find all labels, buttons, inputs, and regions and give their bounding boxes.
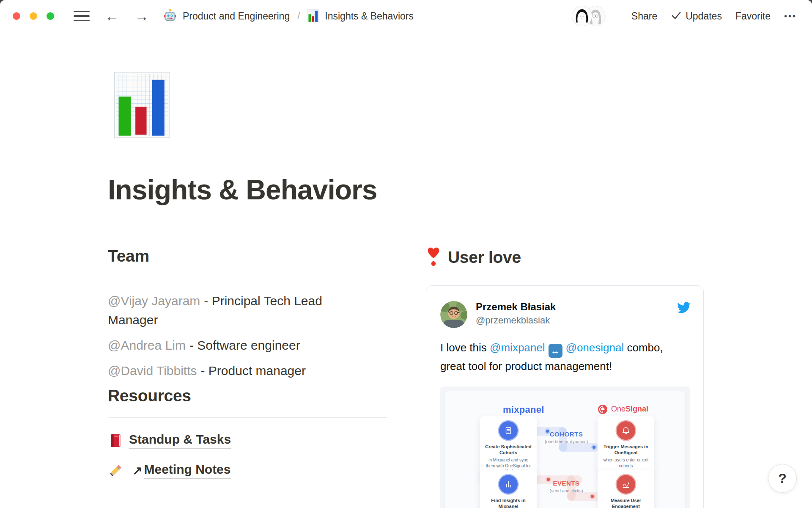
heart-exclamation-icon bbox=[426, 247, 441, 268]
document-icon bbox=[499, 421, 518, 440]
card-title: Trigger Messages in OneSignal bbox=[601, 444, 650, 456]
flow-dot bbox=[593, 446, 595, 449]
team-member-row: @Andrea Lim- Software engineer bbox=[108, 336, 371, 355]
user-love-heading: User love bbox=[448, 248, 521, 267]
card-find-insights: Find Insights in Mixpanel with powerful … bbox=[480, 470, 537, 508]
resource-link-standup[interactable]: Standup & Tasks bbox=[108, 429, 387, 452]
card-subtitle: when users enter or exit cohorts bbox=[601, 457, 650, 469]
updates-button[interactable]: Updates bbox=[671, 9, 722, 23]
red-book-icon bbox=[108, 433, 123, 448]
tweet-author-handle[interactable]: @przemekblasiak bbox=[476, 315, 677, 326]
right-column: User love bbox=[426, 247, 705, 508]
mention-david-tibbitts[interactable]: @David Tibbitts bbox=[108, 364, 197, 378]
more-options-button[interactable]: ••• bbox=[784, 11, 797, 21]
mixpanel-logo: mixpanel bbox=[503, 404, 544, 415]
notion-window: ← → Product and Engineering / bbox=[0, 0, 812, 508]
twitter-bird-icon[interactable] bbox=[677, 302, 691, 315]
events-sublabel: (send and clicks) bbox=[532, 488, 600, 493]
resources-heading: Resources bbox=[108, 387, 387, 405]
card-measure-engagement: Measure User Engagement with messages, t… bbox=[598, 470, 654, 508]
member-role: - Software engineer bbox=[189, 338, 300, 352]
member-avatars[interactable] bbox=[572, 6, 605, 26]
page-body: Insights & Behaviors Team @Vijay Jayaram… bbox=[0, 72, 812, 508]
tweet-embed-card: Przemek Błasiak @przemekblasiak I love t… bbox=[426, 285, 704, 508]
onesignal-logo-text: OneSignal bbox=[611, 405, 648, 414]
team-list: @Vijay Jayaram- Principal Tech Lead Mana… bbox=[108, 291, 371, 380]
bell-icon bbox=[617, 421, 635, 440]
tweet-image-mixpanel-onesignal-diagram[interactable]: mixpanel OneSignal bbox=[440, 387, 690, 508]
tweet-text-end: great tool for product management! bbox=[440, 358, 691, 375]
bar-chart-emoji-icon bbox=[307, 9, 319, 24]
cohorts-label-block: COHORTS (one-time or dynamic) bbox=[532, 431, 600, 444]
card-title: Create Sophisticated Cohorts bbox=[484, 444, 533, 456]
user-love-heading-row: User love bbox=[426, 247, 705, 268]
pencil-icon bbox=[108, 464, 123, 478]
resources-list: Standup & Tasks bbox=[108, 429, 387, 482]
favorite-button[interactable]: Favorite bbox=[735, 11, 771, 22]
page-title[interactable]: Insights & Behaviors bbox=[108, 174, 812, 206]
help-button[interactable]: ? bbox=[768, 464, 797, 493]
card-title: Find Insights in Mixpanel bbox=[484, 497, 533, 508]
tweet-author-block: Przemek Błasiak @przemekblasiak bbox=[476, 301, 677, 326]
external-link-arrow-icon: ↗ bbox=[132, 464, 142, 478]
mention-mixpanel-link[interactable]: @mixpanel bbox=[490, 341, 545, 354]
left-column: Team @Vijay Jayaram- Principal Tech Lead… bbox=[108, 247, 387, 508]
back-button[interactable]: ← bbox=[105, 9, 119, 23]
close-window-button[interactable] bbox=[13, 12, 20, 20]
cohorts-label: COHORTS bbox=[532, 431, 600, 438]
events-label-block: EVENTS (send and clicks) bbox=[532, 480, 600, 493]
tweet-text-mid: combo, bbox=[624, 341, 663, 354]
minimize-window-button[interactable] bbox=[30, 12, 37, 20]
team-member-row: @David Tibbitts- Product manager bbox=[108, 361, 371, 380]
member-role: - Product manager bbox=[201, 364, 306, 378]
tweet-author-name[interactable]: Przemek Błasiak bbox=[476, 301, 677, 313]
tweet-author-avatar[interactable] bbox=[440, 301, 467, 328]
card-trigger-messages: Trigger Messages in OneSignal when users… bbox=[598, 416, 654, 474]
two-column-layout: Team @Vijay Jayaram- Principal Tech Lead… bbox=[108, 247, 812, 508]
flow-dot bbox=[591, 495, 594, 498]
breadcrumb-separator: / bbox=[297, 11, 300, 22]
card-title: Measure User Engagement bbox=[601, 497, 650, 508]
top-bar: ← → Product and Engineering / bbox=[0, 0, 812, 32]
line-chart-icon bbox=[617, 475, 635, 494]
updates-label: Updates bbox=[686, 11, 722, 22]
tweet-text-start: I love this bbox=[440, 341, 490, 354]
zoom-window-button[interactable] bbox=[47, 12, 54, 20]
team-heading: Team bbox=[108, 247, 387, 265]
page-icon-bar-chart[interactable] bbox=[114, 72, 170, 138]
robot-emoji-icon bbox=[163, 8, 177, 24]
events-label: EVENTS bbox=[532, 480, 600, 487]
resource-link-label[interactable]: Standup & Tasks bbox=[129, 432, 231, 449]
mention-onesignal-link[interactable]: @onesignal bbox=[566, 341, 624, 354]
resource-link-meeting-notes[interactable]: ↗ Meeting Notes bbox=[108, 459, 387, 482]
sidebar-toggle-icon[interactable] bbox=[74, 11, 90, 22]
divider bbox=[108, 278, 387, 278]
check-icon bbox=[671, 10, 682, 23]
tweet-text: I love this @mixpanel↔@onesignal combo, … bbox=[440, 339, 691, 375]
forward-button[interactable]: → bbox=[134, 9, 149, 23]
mention-vijay-jayaram[interactable]: @Vijay Jayaram bbox=[108, 294, 200, 308]
resource-link-label[interactable]: Meeting Notes bbox=[144, 462, 230, 479]
left-right-arrow-emoji: ↔ bbox=[549, 344, 562, 358]
mention-andrea-lim[interactable]: @Andrea Lim bbox=[108, 338, 186, 352]
onesignal-logo: OneSignal bbox=[598, 404, 648, 414]
share-button[interactable]: Share bbox=[631, 11, 657, 22]
avatar-member-1[interactable] bbox=[572, 6, 592, 26]
tweet-header: Przemek Błasiak @przemekblasiak bbox=[440, 301, 691, 328]
team-member-row: @Vijay Jayaram- Principal Tech Lead Mana… bbox=[108, 291, 371, 329]
onesignal-bell-icon bbox=[598, 404, 608, 414]
bar-chart-icon bbox=[499, 475, 518, 494]
breadcrumb-parent[interactable]: Product and Engineering bbox=[183, 11, 290, 22]
breadcrumb-current[interactable]: Insights & Behaviors bbox=[325, 11, 414, 22]
divider bbox=[108, 417, 387, 418]
cohorts-sublabel: (one-time or dynamic) bbox=[532, 439, 600, 444]
